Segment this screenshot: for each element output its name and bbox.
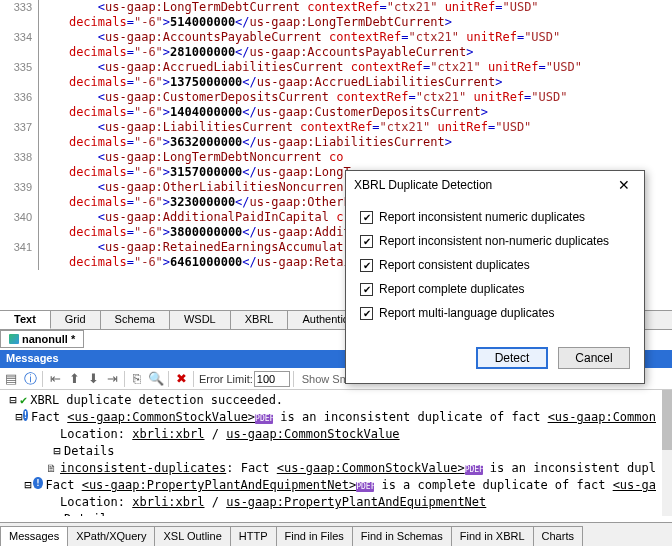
success-icon: ✔ — [20, 392, 27, 409]
details-item-icon: 🗎 — [46, 460, 57, 477]
line-number: 335 — [0, 60, 38, 90]
line-gutter: 333 334 335 336 337 338 339 340 341 — [0, 0, 39, 270]
tab-xpath-xquery[interactable]: XPath/XQuery — [67, 526, 155, 546]
filter-icon[interactable]: ▤ — [2, 370, 20, 388]
line-number: 336 — [0, 90, 38, 120]
tab-http[interactable]: HTTP — [230, 526, 277, 546]
check-icon: ✔ — [360, 235, 373, 248]
checkbox-inconsistent-nonnumeric[interactable]: ✔Report inconsistent non-numeric duplica… — [360, 229, 630, 253]
check-icon: ✔ — [360, 307, 373, 320]
checkbox-complete[interactable]: ✔Report complete duplicates — [360, 277, 630, 301]
nav-prev-icon[interactable]: ⇤ — [46, 370, 64, 388]
nav-up-icon[interactable]: ⬆ — [65, 370, 83, 388]
line-number: 341 — [0, 240, 38, 270]
expand-icon[interactable]: ⊞ — [50, 511, 64, 516]
tab-text[interactable]: Text — [0, 311, 51, 329]
checkbox-multilanguage[interactable]: ✔Report multi-language duplicates — [360, 301, 630, 325]
root-message: XBRL duplicate detection succeeded. — [30, 392, 283, 409]
document-tab-label: nanonull * — [22, 333, 75, 345]
collapse-icon[interactable]: ⊟ — [50, 443, 64, 460]
detect-button[interactable]: Detect — [476, 347, 548, 369]
fact-message: Fact <us-gaap:PropertyPlantAndEquipmentN… — [46, 477, 656, 494]
check-icon: ✔ — [360, 283, 373, 296]
clear-icon[interactable]: ✖ — [172, 370, 190, 388]
tab-find-in-files[interactable]: Find in Files — [276, 526, 353, 546]
nav-next-icon[interactable]: ⇥ — [103, 370, 121, 388]
error-limit-label: Error Limit: — [199, 373, 253, 385]
check-icon: ✔ — [360, 211, 373, 224]
xml-file-icon — [9, 334, 19, 344]
line-number: 339 — [0, 180, 38, 210]
copy-icon[interactable]: ⎘ — [128, 370, 146, 388]
tab-find-in-xbrl[interactable]: Find in XBRL — [451, 526, 534, 546]
check-icon: ✔ — [360, 259, 373, 272]
close-icon[interactable]: ✕ — [612, 175, 636, 195]
tab-charts[interactable]: Charts — [533, 526, 583, 546]
info-icon: ! — [33, 477, 42, 489]
collapse-icon[interactable]: ⊟ — [23, 477, 34, 494]
messages-scrollbar[interactable] — [662, 390, 672, 516]
search-icon[interactable]: 🔍 — [147, 370, 165, 388]
pdef-icon: PDEF — [255, 414, 273, 424]
messages-tabs: Messages XPath/XQuery XSL Outline HTTP F… — [0, 522, 672, 546]
line-number: 337 — [0, 120, 38, 150]
line-number: 334 — [0, 30, 38, 60]
collapse-icon[interactable]: ⊟ — [6, 392, 20, 409]
tab-messages[interactable]: Messages — [0, 526, 68, 546]
tab-xbrl[interactable]: XBRL — [231, 311, 289, 329]
location-message: Location: xbrli:xbrl / us-gaap:CommonSto… — [60, 426, 400, 443]
xbrl-duplicate-detection-dialog: XBRL Duplicate Detection ✕ ✔Report incon… — [345, 170, 645, 384]
messages-tree[interactable]: ⊟ ✔ XBRL duplicate detection succeeded. … — [0, 390, 662, 516]
tab-find-in-schemas[interactable]: Find in Schemas — [352, 526, 452, 546]
pdef-icon: PDEF — [356, 482, 374, 492]
error-limit-input[interactable] — [254, 371, 290, 387]
line-number: 338 — [0, 150, 38, 180]
tab-grid[interactable]: Grid — [51, 311, 101, 329]
checkbox-inconsistent-numeric[interactable]: ✔Report inconsistent numeric duplicates — [360, 205, 630, 229]
details-label: Details — [64, 511, 115, 516]
checkbox-consistent[interactable]: ✔Report consistent duplicates — [360, 253, 630, 277]
info-icon: ! — [23, 409, 28, 421]
details-label: Details — [64, 443, 115, 460]
fact-message: Fact <us-gaap:CommonStockValue>PDEF is a… — [31, 409, 656, 426]
tab-wsdl[interactable]: WSDL — [170, 311, 231, 329]
dialog-titlebar: XBRL Duplicate Detection ✕ — [346, 171, 644, 199]
tab-xsl-outline[interactable]: XSL Outline — [154, 526, 230, 546]
cancel-button[interactable]: Cancel — [558, 347, 630, 369]
tab-schema[interactable]: Schema — [101, 311, 170, 329]
line-number: 340 — [0, 210, 38, 240]
pdef-icon: PDEF — [465, 465, 483, 475]
collapse-icon[interactable]: ⊟ — [15, 409, 22, 426]
location-message: Location: xbrli:xbrl / us-gaap:PropertyP… — [60, 494, 486, 511]
line-number: 333 — [0, 0, 38, 30]
inconsistent-duplicates-message: inconsistent-duplicates: Fact <us-gaap:C… — [60, 460, 656, 477]
dialog-title: XBRL Duplicate Detection — [354, 178, 492, 192]
document-tab-nanonull[interactable]: nanonull * — [0, 330, 84, 348]
nav-down-icon[interactable]: ⬇ — [84, 370, 102, 388]
document-tabs: nanonull * — [0, 330, 84, 348]
info-icon[interactable]: ⓘ — [21, 370, 39, 388]
